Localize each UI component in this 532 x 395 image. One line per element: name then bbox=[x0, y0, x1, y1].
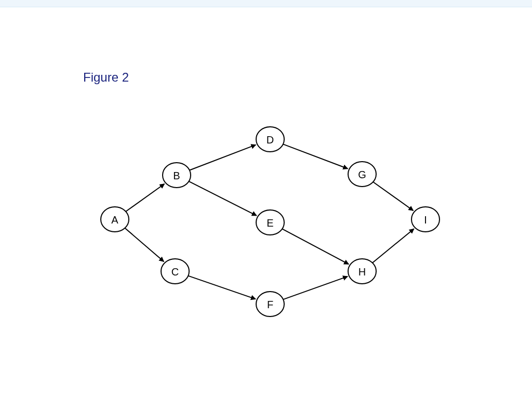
node-label-E: E bbox=[267, 217, 273, 229]
edge-H-I bbox=[373, 229, 414, 263]
edge-C-F bbox=[188, 276, 256, 299]
node-label-G: G bbox=[358, 169, 366, 180]
node-H: H bbox=[348, 259, 376, 284]
node-D: D bbox=[256, 127, 284, 152]
edge-F-H bbox=[283, 276, 348, 299]
edge-B-E bbox=[189, 181, 256, 216]
node-label-D: D bbox=[267, 134, 274, 146]
node-label-A: A bbox=[111, 214, 118, 226]
node-B: B bbox=[163, 163, 191, 188]
edge-E-H bbox=[282, 229, 349, 264]
node-I: I bbox=[411, 207, 440, 232]
node-label-H: H bbox=[358, 266, 366, 278]
graph-diagram: ABCDEFGHI bbox=[0, 0, 532, 395]
edge-A-C bbox=[125, 228, 164, 262]
node-E: E bbox=[256, 210, 284, 235]
node-C: C bbox=[161, 259, 189, 284]
edge-G-I bbox=[373, 182, 413, 210]
edge-B-D bbox=[190, 145, 256, 170]
node-label-C: C bbox=[171, 266, 179, 278]
edge-A-B bbox=[126, 184, 164, 212]
node-label-I: I bbox=[424, 214, 427, 226]
node-A: A bbox=[101, 207, 129, 232]
node-F: F bbox=[256, 292, 284, 317]
node-label-B: B bbox=[173, 170, 180, 181]
node-label-F: F bbox=[267, 299, 273, 310]
edge-D-G bbox=[283, 144, 348, 168]
node-G: G bbox=[348, 162, 376, 187]
